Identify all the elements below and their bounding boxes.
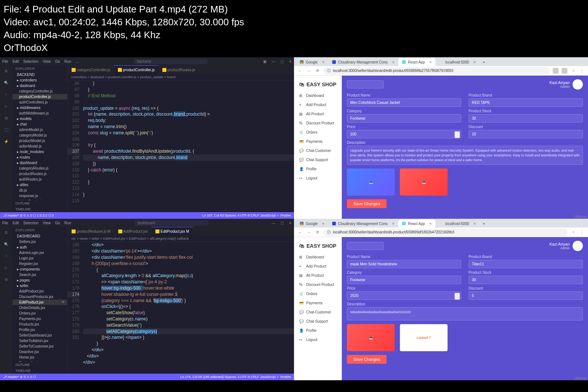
close-tab-icon[interactable]: ×: [429, 60, 431, 64]
description-input[interactable]: Upgrade your home's security with our st…: [347, 146, 583, 165]
browser-tab[interactable]: Cloudinary Management Cons×: [329, 58, 398, 66]
tree-item[interactable]: SellerToAdmin.jsx: [12, 338, 67, 344]
editor-tab[interactable]: 🟨 productRoutes.js: [158, 65, 199, 74]
close-icon[interactable]: ✕: [289, 59, 292, 63]
tree-item[interactable]: SellerToCustomer.jsx: [12, 344, 67, 349]
star-icon[interactable]: ☆: [570, 230, 576, 234]
product-image-2[interactable]: Laravel 7: [400, 324, 448, 351]
nav-link-chat-support[interactable]: 💬Chat-Support: [294, 155, 342, 164]
command-search[interactable]: [134, 59, 208, 64]
breadcrumb[interactable]: controllers > dasboard > productControll…: [68, 74, 294, 80]
menu-view[interactable]: View: [43, 59, 51, 63]
tree-item[interactable]: Sellers.jsx: [12, 239, 67, 244]
menu-more[interactable]: ...: [76, 59, 79, 63]
close-tab-icon[interactable]: ×: [473, 60, 476, 64]
tree-item[interactable]: Orders.jsx: [12, 311, 67, 316]
menu-go[interactable]: Go: [55, 221, 60, 225]
explorer-icon[interactable]: 🗎: [3, 68, 10, 74]
code-editor[interactable]: </div> <div className='pt-14'></div> <di…: [83, 242, 294, 374]
menu-run[interactable]: Run: [64, 59, 71, 63]
tree-item[interactable]: categoryController.js: [12, 88, 67, 94]
nav-link-discount-product[interactable]: %Discount Product: [294, 119, 342, 128]
nav-link-chat-customer[interactable]: 💬Chat-Customer: [294, 146, 342, 155]
star-icon[interactable]: ☆: [570, 69, 576, 73]
nav-link-logout[interactable]: ↪Logout: [294, 174, 342, 183]
tree-item[interactable]: ▸ dasboard: [12, 83, 67, 88]
nav-link-all-product[interactable]: ▤All Product: [294, 109, 342, 119]
search-icon[interactable]: 🔍: [3, 241, 10, 247]
tree-item[interactable]: productRoutes.js: [12, 171, 67, 177]
nav-link-payments[interactable]: 💳Payments: [294, 298, 342, 308]
editor-tab[interactable]: 🟨 categoryController.js: [68, 65, 114, 74]
tree-item[interactable]: ▸ utiles: [12, 182, 67, 188]
tree-item[interactable]: productModel.js: [12, 138, 67, 144]
tree-item[interactable]: Payments.jsx: [12, 316, 67, 322]
save-button[interactable]: Save Changes: [347, 199, 387, 208]
tree-item[interactable]: SellerDashboard.jsx: [12, 333, 67, 338]
menu-file[interactable]: File: [2, 59, 8, 63]
tree-item[interactable]: authControllers.js: [12, 99, 67, 105]
search-icon[interactable]: 🔍: [3, 79, 10, 86]
product-image-1[interactable]: 💻: [347, 168, 395, 196]
outline-section[interactable]: OUTLINE: [12, 362, 67, 368]
nav-link-orders[interactable]: 🛒Orders: [294, 128, 342, 137]
save-button[interactable]: Save Changes: [347, 355, 387, 364]
menu-edit[interactable]: Edit: [12, 59, 19, 63]
nav-link-orders[interactable]: 🛒Orders: [294, 289, 342, 298]
category-input[interactable]: [347, 114, 461, 123]
forward-icon[interactable]: →: [306, 230, 312, 234]
extension-icon[interactable]: [562, 68, 567, 74]
extension-icon[interactable]: [553, 68, 559, 74]
tree-item[interactable]: ▸ controllers: [12, 77, 67, 83]
project-root[interactable]: BACKEND: [12, 72, 67, 77]
new-tab-button[interactable]: +: [480, 219, 488, 228]
browser-tab[interactable]: React App×: [398, 219, 435, 228]
tree-item[interactable]: AdminLogin.jsx: [12, 250, 67, 255]
tree-item[interactable]: ▸ node_modules: [12, 149, 67, 155]
product-brand-input[interactable]: [469, 98, 583, 107]
number-stepper-icon[interactable]: [455, 131, 460, 138]
extensions-icon[interactable]: ⊞: [3, 115, 10, 121]
nav-link-all-product[interactable]: ▤All Product: [294, 271, 342, 280]
statusbar-right[interactable]: Ln 107, Col 63 Spaces: 4 UTF-8 CRLF Java…: [202, 214, 291, 217]
tree-item[interactable]: authRoutes.js: [12, 177, 67, 182]
project-root[interactable]: DASHBOARD: [12, 233, 67, 239]
discount-input[interactable]: [469, 130, 583, 138]
command-search[interactable]: [135, 220, 208, 226]
browser-tab[interactable]: localhost:5000×: [436, 58, 480, 66]
nav-link-profile[interactable]: 👤Profile: [294, 164, 342, 174]
maximize-icon[interactable]: ▢: [280, 221, 284, 225]
back-icon[interactable]: ←: [297, 69, 303, 73]
close-tab-icon[interactable]: ×: [322, 60, 324, 64]
tree-item[interactable]: ▸ pages: [12, 277, 67, 283]
tree-item[interactable]: Login.jsx: [12, 255, 67, 261]
maximize-icon[interactable]: ▢: [280, 59, 284, 63]
url-input[interactable]: ⓘlocalhost:3000/seller/dashboard/edit-pr…: [323, 67, 550, 75]
browser-tab[interactable]: localhost:5000×: [436, 219, 480, 228]
tree-item[interactable]: categoryModel.js: [12, 133, 67, 138]
tree-item[interactable]: Home.jsx: [12, 355, 67, 360]
browser-tab[interactable]: Cloudinary Management Cons×: [329, 219, 398, 228]
product-image-1[interactable]: 💻: [347, 324, 395, 351]
close-icon[interactable]: ✕: [289, 221, 292, 225]
editor-tab[interactable]: 🟨 productReducer.js M: [68, 227, 114, 236]
tree-item[interactable]: AddProduct.jsx: [12, 288, 67, 294]
search-box[interactable]: [347, 80, 384, 88]
tree-item[interactable]: authMiddleware.js: [12, 110, 67, 116]
tree-item[interactable]: ▸ routes: [12, 155, 67, 160]
menu-file[interactable]: File: [2, 221, 8, 225]
reload-icon[interactable]: ⟳: [315, 230, 320, 234]
debug-icon[interactable]: ▷: [3, 264, 10, 271]
timeline-section[interactable]: TIMELINE: [12, 206, 67, 212]
number-stepper-icon[interactable]: [455, 293, 460, 300]
close-tab-icon[interactable]: ×: [322, 221, 324, 226]
product-name-input[interactable]: [347, 260, 461, 268]
menu-view[interactable]: View: [43, 221, 51, 225]
description-input[interactable]: sdasdasdasdasdasdsaasdsadsa2222222: [347, 307, 583, 320]
flash-icon[interactable]: ⚡: [3, 138, 10, 145]
breadcrumb[interactable]: src > views > seller > EditProduct.jsx >…: [68, 236, 294, 242]
tree-item[interactable]: ▸ seller: [12, 283, 67, 288]
category-input[interactable]: [347, 276, 461, 284]
tree-item[interactable]: ▸ dashboard: [12, 160, 67, 166]
nav-link-dashboard[interactable]: ⊞Dashboard: [294, 91, 342, 100]
